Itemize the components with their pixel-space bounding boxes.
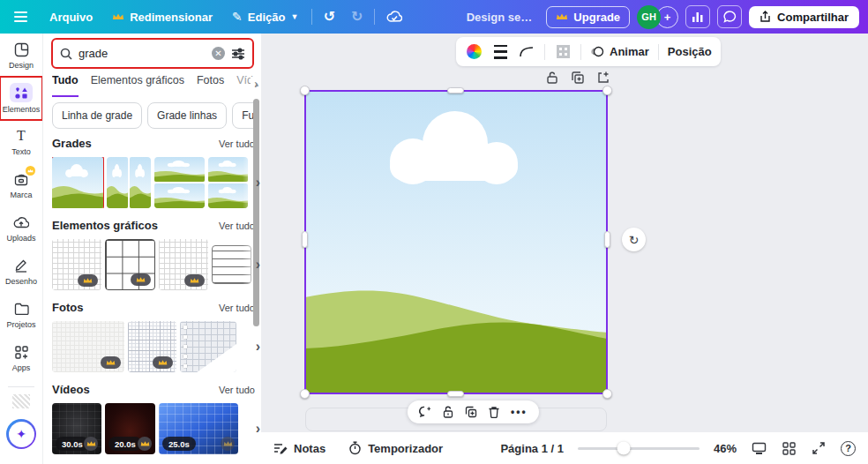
grades-scroll-right-icon[interactable]: › [256,175,260,191]
resize-handle-top-right[interactable] [602,86,612,95]
resize-handle-top[interactable] [447,87,464,94]
chip-linha-de-grade[interactable]: Linha de grade [52,102,142,129]
page-controls [545,71,610,85]
insights-button[interactable] [685,5,710,28]
see-all-photos-link[interactable]: Ver tudo [219,303,255,313]
photo-grid-paper-3[interactable] [180,321,236,372]
design-title[interactable]: Design sem nome de Post para Instagram [467,11,535,24]
duplicate-page-icon[interactable] [571,71,585,85]
photos-scroll-right-icon[interactable]: › [256,339,260,355]
line-weight-icon[interactable] [491,43,509,61]
graphic-grid-2[interactable] [105,239,155,290]
sidebar-item-projetos[interactable]: Projetos [0,293,42,336]
magic-assistant-button[interactable]: ✦ [6,419,36,449]
color-picker-icon[interactable] [465,43,483,61]
clear-search-icon[interactable]: ✕ [212,47,225,60]
main-menu-icon[interactable] [0,11,40,22]
graphic-grid-4[interactable] [212,245,251,284]
lock-icon[interactable] [442,406,454,418]
upgrade-button[interactable]: Upgrade [546,6,630,28]
resize-handle-right[interactable] [604,231,610,248]
elements-panel: ✕ Tudo Elementos gráficos Fotos Vídeos ›… [42,34,261,464]
position-button[interactable]: Posição [668,45,712,58]
video-thumb-3[interactable]: 25.0s [159,403,238,454]
animate-icon [590,46,604,58]
section-graphics-header: Elementos gráficos Ver tudo [52,219,255,232]
menu-arquivo[interactable]: Arquivo [40,11,102,24]
resize-handle-bottom[interactable] [447,391,464,397]
trash-icon[interactable] [488,406,500,418]
photo-grid-paper-2[interactable] [128,321,176,372]
grid-template-4[interactable] [208,157,248,208]
menu-edicao[interactable]: ✎ Edição ▼ [222,10,308,24]
timer-button[interactable]: Temporizador [348,441,443,455]
video-thumb-1[interactable]: 30.0s [52,403,101,454]
canvas-area[interactable]: Animar Posição [261,34,868,432]
comments-button[interactable] [717,5,742,28]
add-page-icon[interactable] [596,71,610,85]
chip-grade-linhas[interactable]: Grade linhas [147,102,227,129]
see-all-grades-link[interactable]: Ver tudo [219,138,255,149]
notes-button[interactable]: Notas [273,442,326,455]
help-icon[interactable]: ? [841,441,856,456]
redo-icon[interactable]: ↻ [343,10,370,24]
search-input[interactable] [79,47,206,60]
panel-scrollbar[interactable]: ▲ ▼ [253,88,259,459]
search-icon [60,48,72,60]
avatar[interactable]: GH [637,5,661,29]
animate-button[interactable]: Animar [590,45,649,58]
filter-icon[interactable] [231,48,245,60]
share-button[interactable]: Compartilhar [749,6,859,28]
grid-template-2[interactable] [107,157,151,208]
grid-template-1[interactable] [52,157,103,208]
presentation-icon[interactable] [751,440,767,456]
sidebar-item-design[interactable]: Design [0,34,42,77]
sidebar-label: Elementos [3,105,41,114]
rotate-icon[interactable]: ↻ [622,228,646,251]
zoom-slider-thumb[interactable] [617,442,631,455]
sidebar-item-desenho[interactable]: Desenho [0,250,42,293]
menu-redimensionar[interactable]: Redimensionar [102,11,222,24]
video-thumb-2[interactable]: 20.0s [105,403,155,454]
grid-template-3[interactable] [154,157,205,208]
photo-grid-paper-1[interactable] [52,321,124,372]
see-all-graphics-link[interactable]: Ver tudo [219,221,255,231]
transparency-icon[interactable] [554,43,572,61]
spiral-holes [182,323,189,370]
line-style-icon[interactable] [518,43,535,61]
see-all-videos-link[interactable]: Ver tudo [219,385,255,395]
graphics-scroll-right-icon[interactable]: › [256,257,260,273]
sidebar-item-elementos[interactable]: Elementos [0,77,42,120]
duplicate-icon[interactable] [465,406,477,418]
tab-elementos-graficos[interactable]: Elementos gráficos [91,74,184,97]
design-page[interactable] [305,91,607,393]
zoom-slider[interactable] [578,447,700,450]
tab-tudo[interactable]: Tudo [52,74,79,97]
comment-add-icon[interactable] [419,406,431,418]
sidebar-item-marca[interactable]: Marca [0,163,42,206]
fullscreen-icon[interactable] [811,440,827,456]
search-box[interactable]: ✕ [51,38,254,69]
undo-icon[interactable]: ↺ [316,10,343,24]
menu-label: Redimensionar [130,11,213,24]
sidebar-item-uploads[interactable]: Uploads [0,206,42,250]
lock-icon[interactable] [545,71,559,85]
grid-view-icon[interactable] [781,440,797,456]
page-indicator[interactable]: Página 1 / 1 [500,442,564,455]
zoom-value[interactable]: 46% [714,442,737,455]
graphic-grid-1[interactable] [52,239,101,290]
videos-scroll-right-icon[interactable]: › [256,421,260,437]
resize-handle-bottom-right[interactable] [602,389,612,399]
cloud-check-icon[interactable] [378,11,410,23]
crown-pro-badge [153,356,173,369]
sidebar-item-texto[interactable]: T Texto [0,120,42,163]
resize-handle-left[interactable] [302,231,308,248]
sidebar-item-apps[interactable]: Apps [0,336,42,379]
resize-handle-top-left[interactable] [300,86,310,95]
tab-fotos[interactable]: Fotos [197,74,224,97]
graphic-grid-3[interactable] [159,239,208,290]
scroll-up-icon[interactable]: ▲ [253,81,260,87]
scrollbar-thumb[interactable] [253,99,259,326]
resize-handle-bottom-left[interactable] [300,389,310,399]
more-icon[interactable]: ••• [511,406,528,418]
